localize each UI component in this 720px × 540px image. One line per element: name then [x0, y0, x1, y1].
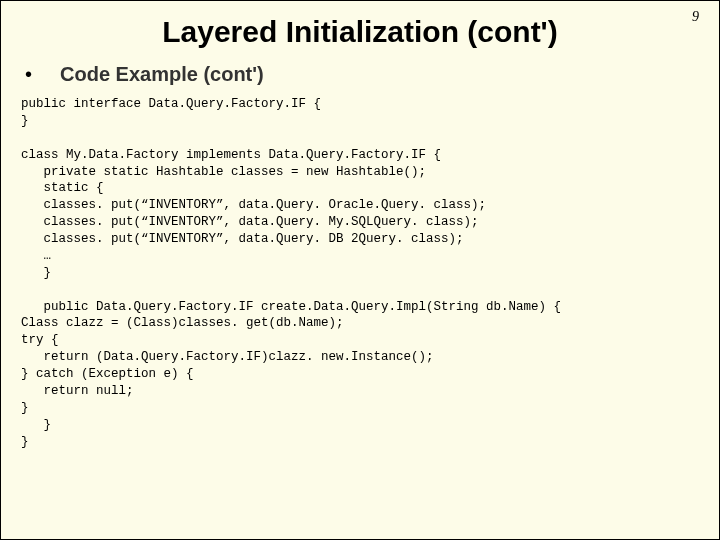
- slide-title: Layered Initialization (cont'): [1, 1, 719, 49]
- code-block: public interface Data.Query.Factory.IF {…: [1, 96, 719, 450]
- bullet-icon: •: [25, 63, 32, 86]
- subtitle: Code Example (cont'): [60, 63, 264, 86]
- subtitle-row: • Code Example (cont'): [1, 63, 719, 86]
- slide: 9 Layered Initialization (cont') • Code …: [0, 0, 720, 540]
- page-number: 9: [692, 9, 699, 25]
